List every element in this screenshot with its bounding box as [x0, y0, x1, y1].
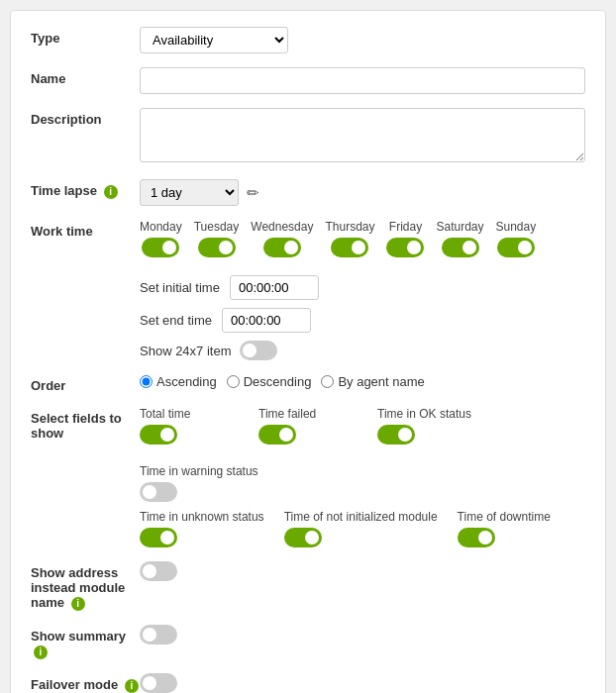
failover-row: Failover mode i — [31, 673, 585, 693]
day-thursday: Thursday — [325, 220, 374, 257]
show-address-info-icon[interactable]: i — [71, 597, 85, 611]
show-address-toggle[interactable] — [140, 561, 177, 581]
form-container: Type Availability Summary Exception Name… — [10, 10, 606, 693]
day-thursday-toggle[interactable] — [331, 238, 368, 257]
type-select[interactable]: Availability Summary Exception — [140, 27, 288, 53]
day-sunday: Sunday — [496, 220, 537, 257]
order-control: Ascending Descending By agent name — [140, 374, 585, 389]
day-wednesday-toggle[interactable] — [263, 238, 301, 257]
show-address-label: Show address instead module name i — [31, 561, 140, 611]
failover-control — [140, 673, 585, 693]
timelapse-info-icon[interactable]: i — [104, 185, 118, 199]
failover-info-icon[interactable]: i — [125, 679, 139, 693]
show-summary-control — [140, 625, 585, 644]
failover-label: Failover mode i — [31, 673, 140, 693]
order-ascending[interactable]: Ascending — [140, 374, 217, 389]
show24-label: Show 24x7 item — [140, 344, 232, 358]
field-time-ok: Time in OK status — [377, 407, 476, 445]
name-label: Name — [31, 67, 140, 86]
name-control — [140, 67, 585, 94]
day-friday-toggle[interactable] — [386, 238, 424, 257]
timelapse-control: 1 day 1 week 1 month ✏ — [140, 179, 585, 206]
name-row: Name — [31, 67, 585, 94]
day-thursday-label: Thursday — [325, 220, 374, 234]
field-time-warning-toggle[interactable] — [140, 482, 177, 502]
field-total-time: Total time — [140, 407, 239, 445]
field-total-time-toggle[interactable] — [140, 425, 177, 445]
field-time-warning: Time in warning status — [140, 464, 258, 502]
field-time-downtime: Time of downtime — [458, 510, 557, 547]
day-sunday-toggle[interactable] — [497, 238, 535, 257]
end-time-row: Set end time — [140, 308, 585, 333]
type-label: Type — [31, 27, 140, 46]
order-descending[interactable]: Descending — [227, 374, 312, 389]
day-sunday-label: Sunday — [496, 220, 537, 234]
timelapse-row: Time lapse i 1 day 1 week 1 month ✏ — [31, 179, 585, 206]
description-row: Description — [31, 108, 585, 165]
show-address-row: Show address instead module name i — [31, 561, 585, 611]
field-time-not-init: Time of not initialized module — [284, 510, 438, 547]
field-time-ok-toggle[interactable] — [377, 425, 415, 445]
initial-time-row: Set initial time — [140, 275, 585, 300]
show-address-control — [140, 561, 585, 581]
timelapse-label: Time lapse i — [31, 179, 140, 199]
fields-control: Total time Time failed Time in OK status — [140, 407, 585, 547]
timelapse-select[interactable]: 1 day 1 week 1 month — [140, 179, 239, 206]
pencil-icon[interactable]: ✏ — [247, 184, 259, 202]
worktime-row: Work time Monday Tuesday — [31, 220, 585, 360]
day-tuesday-toggle[interactable] — [198, 238, 236, 257]
day-monday-label: Monday — [140, 220, 182, 234]
description-control — [140, 108, 585, 165]
order-label: Order — [31, 374, 140, 393]
fields-row-1: Total time Time failed Time in OK status — [140, 407, 585, 502]
initial-time-input[interactable] — [230, 275, 319, 300]
initial-time-label: Set initial time — [140, 280, 220, 295]
day-tuesday: Tuesday — [194, 220, 240, 257]
day-saturday-label: Saturday — [436, 220, 483, 234]
days-row: Monday Tuesday Wednesday — [140, 220, 585, 257]
order-by-agent[interactable]: By agent name — [321, 374, 424, 389]
worktime-control: Monday Tuesday Wednesday — [140, 220, 585, 360]
fields-row-2: Time in unknown status Time of not initi… — [140, 510, 585, 547]
failover-toggle[interactable] — [140, 673, 177, 693]
day-wednesday: Wednesday — [251, 220, 313, 257]
end-time-label: Set end time — [140, 313, 212, 328]
show-summary-info-icon[interactable]: i — [34, 645, 48, 659]
field-time-failed-toggle[interactable] — [258, 425, 296, 445]
day-friday: Friday — [386, 220, 424, 257]
field-time-failed: Time failed — [258, 407, 358, 445]
field-time-downtime-toggle[interactable] — [458, 528, 495, 547]
day-tuesday-label: Tuesday — [194, 220, 240, 234]
worktime-label: Work time — [31, 220, 140, 239]
type-control: Availability Summary Exception — [140, 27, 585, 53]
end-time-input[interactable] — [222, 308, 311, 333]
day-friday-label: Friday — [389, 220, 422, 234]
day-saturday: Saturday — [436, 220, 483, 257]
show24-row: Show 24x7 item — [140, 341, 585, 360]
day-saturday-toggle[interactable] — [442, 238, 479, 257]
day-monday: Monday — [140, 220, 182, 257]
description-textarea[interactable] — [140, 108, 585, 162]
show-summary-row: Show summary i — [31, 625, 585, 659]
type-row: Type Availability Summary Exception — [31, 27, 585, 53]
field-time-not-init-toggle[interactable] — [284, 528, 322, 547]
show-summary-label: Show summary i — [31, 625, 140, 659]
field-time-unknown: Time in unknown status — [140, 510, 264, 547]
field-time-unknown-toggle[interactable] — [140, 528, 177, 547]
fields-row: Select fields to show Total time Time fa… — [31, 407, 585, 547]
show24-toggle[interactable] — [240, 341, 277, 360]
day-wednesday-label: Wednesday — [251, 220, 313, 234]
order-row: Order Ascending Descending By agent name — [31, 374, 585, 393]
show-summary-toggle[interactable] — [140, 625, 177, 644]
fields-label: Select fields to show — [31, 407, 140, 441]
name-input[interactable] — [140, 67, 585, 94]
description-label: Description — [31, 108, 140, 127]
day-monday-toggle[interactable] — [142, 238, 179, 257]
